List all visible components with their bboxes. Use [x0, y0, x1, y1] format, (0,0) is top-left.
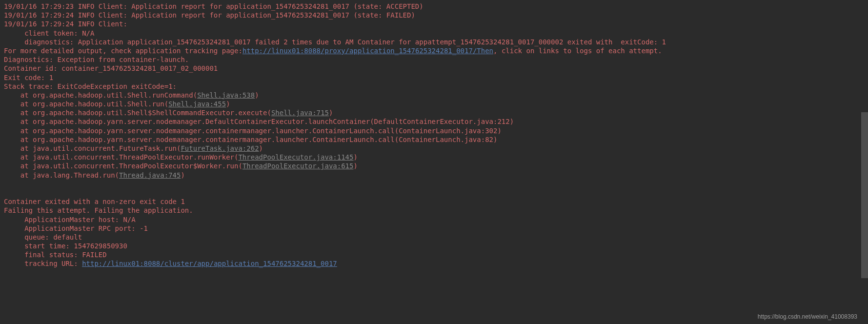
watermark-text: https://blog.csdn.net/weixin_41008393	[758, 313, 857, 321]
scrollbar-track[interactable]	[861, 0, 868, 324]
console-log: 19/01/16 17:29:23 INFO Client: Applicati…	[0, 0, 868, 270]
log-line: Stack trace: ExitCodeException exitCode=…	[4, 82, 181, 90]
log-line: start time: 1547629850930	[4, 242, 127, 250]
source-link[interactable]: Shell.java:455	[168, 100, 226, 108]
stack-frame: )	[226, 100, 230, 108]
log-line: client token: N/A	[4, 29, 94, 37]
stack-frame: )	[259, 144, 263, 152]
source-link[interactable]: Shell.java:538	[197, 91, 255, 99]
stack-frame: )	[353, 162, 357, 170]
stack-frame: )	[181, 171, 184, 179]
log-line: 19/01/16 17:29:24 INFO Client: Applicati…	[4, 11, 415, 19]
scrollbar-thumb[interactable]	[861, 112, 868, 278]
stack-frame: )	[255, 91, 259, 99]
stack-frame: at org.apache.hadoop.util.Shell.run(	[4, 100, 168, 108]
log-line: 19/01/16 17:29:24 INFO Client:	[4, 20, 131, 28]
log-line: Container exited with a non-zero exit co…	[4, 198, 185, 205]
log-line: ApplicationMaster RPC port: -1	[4, 224, 148, 232]
stack-frame: at org.apache.hadoop.yarn.server.nodeman…	[4, 127, 502, 135]
log-line: diagnostics: Application application_154…	[4, 38, 666, 46]
log-line: Failing this attempt. Failing the applic…	[4, 206, 193, 214]
stack-frame: at java.util.concurrent.ThreadPoolExecut…	[4, 162, 242, 170]
stack-frame: at java.util.concurrent.ThreadPoolExecut…	[4, 153, 238, 161]
log-line: final status: FAILED	[4, 251, 107, 259]
stack-frame: at org.apache.hadoop.util.Shell.runComma…	[4, 91, 197, 99]
stack-frame: at java.util.concurrent.FutureTask.run(	[4, 144, 181, 152]
stack-frame: at org.apache.hadoop.util.Shell$ShellCom…	[4, 109, 271, 117]
source-link[interactable]: ThreadPoolExecutor.java:1145	[238, 153, 353, 161]
log-line: , click on links to logs of each attempt…	[493, 47, 662, 55]
log-line: tracking URL:	[4, 260, 82, 267]
log-line: queue: default	[4, 233, 82, 241]
log-line: Exit code: 1	[4, 74, 53, 81]
stack-frame: at java.lang.Thread.run(	[4, 171, 119, 179]
source-link[interactable]: ThreadPoolExecutor.java:615	[242, 162, 354, 170]
source-link[interactable]: Thread.java:745	[119, 171, 181, 179]
stack-frame: )	[329, 109, 333, 117]
log-line: 19/01/16 17:29:23 INFO Client: Applicati…	[4, 2, 424, 10]
stack-frame: )	[353, 153, 357, 161]
stack-frame: at org.apache.hadoop.yarn.server.nodeman…	[4, 136, 497, 143]
tracking-url-link[interactable]: http://linux01:8088/cluster/app/applicat…	[82, 260, 337, 267]
log-line: ApplicationMaster host: N/A	[4, 216, 136, 223]
log-line: For more detailed output, check applicat…	[4, 47, 242, 55]
stack-frame: at org.apache.hadoop.yarn.server.nodeman…	[4, 118, 514, 125]
source-link[interactable]: FutureTask.java:262	[181, 144, 259, 152]
source-link[interactable]: Shell.java:715	[271, 109, 329, 117]
tracking-page-link[interactable]: http://linux01:8088/proxy/application_15…	[242, 47, 493, 55]
log-line: Diagnostics: Exception from container-la…	[4, 56, 189, 63]
log-line: Container id: container_1547625324281_00…	[4, 64, 218, 72]
